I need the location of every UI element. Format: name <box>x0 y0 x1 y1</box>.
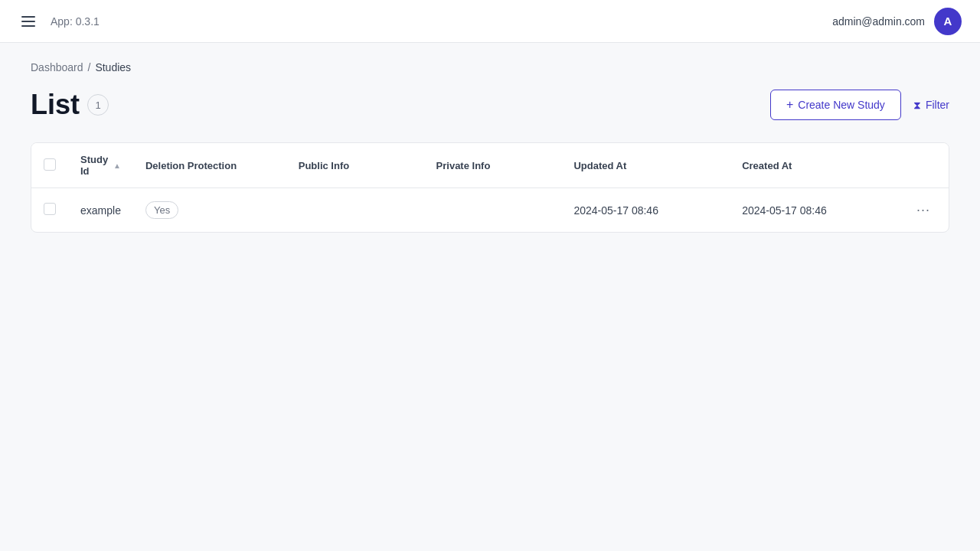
plus-icon: + <box>786 98 793 112</box>
count-badge: 1 <box>87 94 109 116</box>
studies-table-container: Study Id ▲ Deletion Protection Public In… <box>31 142 949 233</box>
row-deletion-protection: Yes <box>133 188 286 233</box>
filter-button-label: Filter <box>926 99 949 111</box>
row-created-at: 2024-05-17 08:46 <box>730 188 898 233</box>
col-header-public-info[interactable]: Public Info <box>286 143 424 188</box>
filter-button[interactable]: ⧗ Filter <box>913 99 949 112</box>
page-header: List 1 + Create New Study ⧗ Filter <box>31 89 949 121</box>
col-study-id-label: Study Id <box>80 154 110 177</box>
row-checkbox-0[interactable] <box>44 203 56 215</box>
col-header-created-at[interactable]: Created At <box>730 143 898 188</box>
page-title-area: List 1 <box>31 89 109 121</box>
row-actions-cell: ··· <box>898 188 949 233</box>
header-checkbox-cell <box>31 143 68 188</box>
sort-icon: ▲ <box>113 161 121 170</box>
avatar[interactable]: A <box>934 8 962 35</box>
create-button-label: Create New Study <box>798 99 885 111</box>
deletion-protection-badge: Yes <box>145 201 178 219</box>
select-all-checkbox[interactable] <box>44 158 56 171</box>
header-right: admin@admin.com A <box>832 8 962 35</box>
table-header-row: Study Id ▲ Deletion Protection Public In… <box>31 143 949 188</box>
row-private-info <box>424 188 562 233</box>
col-header-actions <box>898 143 949 188</box>
col-header-study-id[interactable]: Study Id ▲ <box>68 143 133 188</box>
header-left: App: 0.3.1 <box>18 13 100 30</box>
row-checkbox-cell <box>31 188 68 233</box>
breadcrumb-separator: / <box>88 61 91 73</box>
row-public-info <box>286 188 424 233</box>
col-header-deletion-protection[interactable]: Deletion Protection <box>133 143 286 188</box>
user-email: admin@admin.com <box>832 15 925 28</box>
main-content: Dashboard / Studies List 1 + Create New … <box>0 43 980 251</box>
breadcrumb-studies: Studies <box>95 61 131 73</box>
page-title: List <box>31 89 80 121</box>
header: App: 0.3.1 admin@admin.com A <box>0 0 980 43</box>
menu-icon[interactable] <box>18 13 38 30</box>
app-version: App: 0.3.1 <box>51 15 100 28</box>
row-more-button[interactable]: ··· <box>910 199 936 221</box>
col-header-updated-at[interactable]: Updated At <box>561 143 730 188</box>
create-new-study-button[interactable]: + Create New Study <box>770 90 901 120</box>
row-study-id[interactable]: example <box>68 188 133 233</box>
breadcrumb: Dashboard / Studies <box>31 61 949 73</box>
filter-icon: ⧗ <box>913 99 921 112</box>
col-header-private-info[interactable]: Private Info <box>424 143 562 188</box>
row-updated-at: 2024-05-17 08:46 <box>561 188 730 233</box>
studies-table: Study Id ▲ Deletion Protection Public In… <box>31 143 949 232</box>
table-row: example Yes 2024-05-17 08:46 2024-05-17 … <box>31 188 949 233</box>
breadcrumb-dashboard[interactable]: Dashboard <box>31 61 83 73</box>
header-actions: + Create New Study ⧗ Filter <box>770 90 949 120</box>
